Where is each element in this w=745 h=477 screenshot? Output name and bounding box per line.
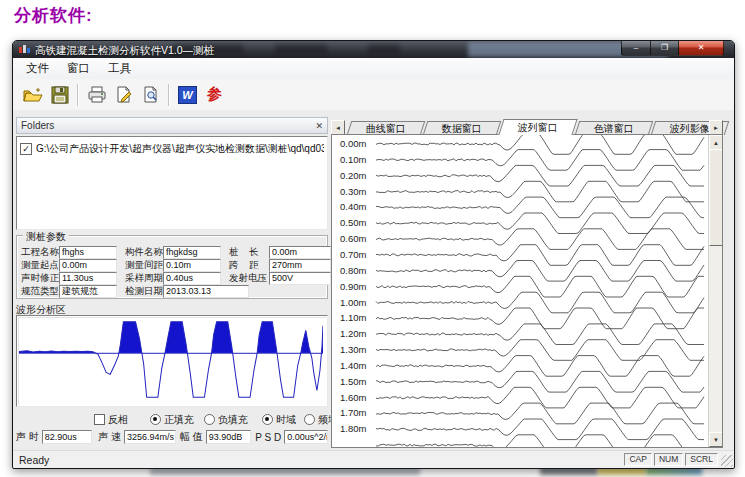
depth-label: 1.30m [340, 344, 366, 355]
status-key-SCRL: SCRL [685, 453, 718, 466]
param-label: 规范类型 [21, 285, 59, 298]
print-button[interactable] [83, 82, 110, 107]
depth-label: 0.50m [340, 217, 366, 228]
depth-label: 0.80m [340, 265, 366, 276]
param-field[interactable]: 11.30us [59, 272, 117, 285]
param-field[interactable]: 500V [269, 272, 331, 285]
tab-label: 波列窗口 [518, 121, 558, 135]
menubar: 文件窗口工具 [13, 58, 734, 80]
trace-row [376, 356, 704, 377]
param-label: 工程名称 [21, 246, 59, 259]
radio-option-时域[interactable]: 时域 [262, 413, 296, 427]
param-field[interactable]: 270mm [269, 259, 331, 272]
radio-option-负填充[interactable]: 负填充 [204, 413, 248, 427]
tabs: 曲线窗口数据窗口波列窗口色谱窗口波列影像 [349, 119, 729, 135]
param-label: 桩 长 [229, 246, 269, 259]
depth-label: 1.40m [340, 360, 366, 371]
vertical-scrollbar[interactable]: ▲ ▼ [708, 135, 722, 447]
tab-scroll-right-icon[interactable]: ► [709, 120, 723, 135]
measure-field[interactable]: 0.00us^2/m [284, 430, 328, 444]
measures-row: 声 时82.90us声 速3256.94m/s幅 值93.90dBP S D0.… [16, 430, 328, 444]
scroll-up-icon[interactable]: ▲ [709, 135, 723, 150]
param-field[interactable]: 0.00m [269, 246, 331, 259]
radio-label: 负填充 [218, 413, 248, 427]
checkbox-checked-icon[interactable]: ✓ [20, 143, 32, 155]
param-field[interactable]: 0.00m [59, 259, 117, 272]
status-text: Ready [19, 454, 622, 466]
radio-icon[interactable] [304, 414, 315, 425]
radio-icon[interactable] [150, 414, 161, 425]
app-window: 高铁建混凝土检测分析软件V1.0—测桩 – ❐ ✕ 文件窗口工具 [12, 40, 735, 469]
export-button[interactable] [110, 82, 137, 107]
param-field[interactable]: 建筑规范 [59, 285, 117, 298]
measure-label: 幅 值 [180, 430, 203, 444]
depth-label: 0.20m [340, 170, 366, 181]
param-field[interactable]: 2013.03.13 [163, 285, 249, 298]
tab-曲线窗口[interactable]: 曲线窗口 [347, 121, 426, 135]
titlebar[interactable]: 高铁建混凝土检测分析软件V1.0—测桩 – ❐ ✕ [13, 41, 734, 58]
measure-field[interactable]: 3256.94m/s [124, 430, 176, 444]
radio-icon[interactable] [262, 414, 273, 425]
radio-label: 正填充 [164, 413, 194, 427]
radio-label: 时域 [276, 413, 296, 427]
param-field[interactable]: fhgkdsg [163, 246, 221, 259]
folders-panel-header: Folders ✕ [16, 117, 328, 134]
tab-数据窗口[interactable]: 数据窗口 [423, 121, 502, 135]
depth-label: 1.00m [340, 297, 366, 308]
scroll-down-icon[interactable]: ▼ [709, 432, 723, 447]
trace-row [376, 371, 704, 392]
trace-row [376, 213, 704, 234]
folder-tree[interactable]: ✓ G:\公司产品设计开发\超声仪器\超声仪实地检测数据\测桩\qd\qd03\… [16, 136, 328, 230]
scrollbar-thumb[interactable] [709, 149, 723, 246]
param-field[interactable]: fhghs [59, 246, 117, 259]
word-export-button[interactable]: W [174, 82, 201, 107]
param-field[interactable]: 0.10m [163, 259, 221, 272]
page-edit-icon [115, 86, 133, 104]
titlebar-ghost [368, 44, 400, 53]
analysis-waveform-plot [19, 318, 323, 402]
params-button[interactable]: 参 [201, 82, 228, 107]
param-label: 测量起点 [21, 259, 59, 272]
depth-label: 0.30m [340, 186, 366, 197]
save-button[interactable] [46, 82, 73, 107]
titlebar-ghost [275, 44, 327, 53]
menu-item[interactable]: 窗口 [58, 59, 99, 78]
menu-item[interactable]: 文件 [17, 59, 58, 78]
minimize-button[interactable]: – [621, 41, 651, 56]
maximize-button[interactable]: ❐ [651, 41, 679, 56]
param-row: 声时修正11.30us采样周期0.40us发射电压500V [21, 272, 323, 284]
radio-option-正填充[interactable]: 正填充 [150, 413, 194, 427]
tree-item[interactable]: ✓ G:\公司产品设计开发\超声仪器\超声仪实地检测数据\测桩\qd\qd03\… [20, 142, 324, 156]
wave-train-panel: ◄ 曲线窗口数据窗口波列窗口色谱窗口波列影像 ► 0.00m0.10m0.20m… [331, 119, 723, 448]
resize-grip[interactable] [721, 455, 733, 467]
open-folder-icon [22, 86, 44, 104]
tabstrip: ◄ 曲线窗口数据窗口波列窗口色谱窗口波列影像 ► [331, 119, 723, 135]
maximize-icon: ❐ [661, 44, 668, 52]
printer-icon [87, 86, 107, 104]
preview-button[interactable] [137, 82, 164, 107]
trace-row [376, 150, 704, 171]
depth-label: 0.10m [340, 154, 366, 165]
radio-icon[interactable] [204, 414, 215, 425]
measure-field[interactable]: 82.90us [42, 430, 92, 444]
menu-item[interactable]: 工具 [99, 59, 140, 78]
controls-row: 反相正填充负填充时域频域 [16, 413, 328, 426]
tab-波列窗口[interactable]: 波列窗口 [498, 119, 577, 135]
param-label: 声时修正 [21, 272, 59, 285]
trace-row [376, 403, 704, 424]
trace-row [376, 387, 704, 408]
open-button[interactable] [19, 82, 46, 107]
close-panel-icon[interactable]: ✕ [315, 121, 323, 131]
param-label: 跨 距 [229, 259, 269, 272]
invert-option[interactable]: 反相 [94, 413, 128, 427]
app-icon [19, 45, 31, 55]
param-field[interactable]: 0.40us [163, 272, 221, 285]
measure-field[interactable]: 93.90dB [206, 430, 251, 444]
tab-色谱窗口[interactable]: 色谱窗口 [575, 121, 654, 135]
close-button[interactable]: ✕ [679, 41, 724, 56]
tab-scroll-left-icon[interactable]: ◄ [331, 120, 345, 135]
wave-area-label: 波形分析区 [16, 303, 328, 315]
params-icon: 参 [207, 85, 222, 104]
invert-checkbox[interactable] [94, 414, 105, 425]
trace-row [376, 324, 704, 345]
